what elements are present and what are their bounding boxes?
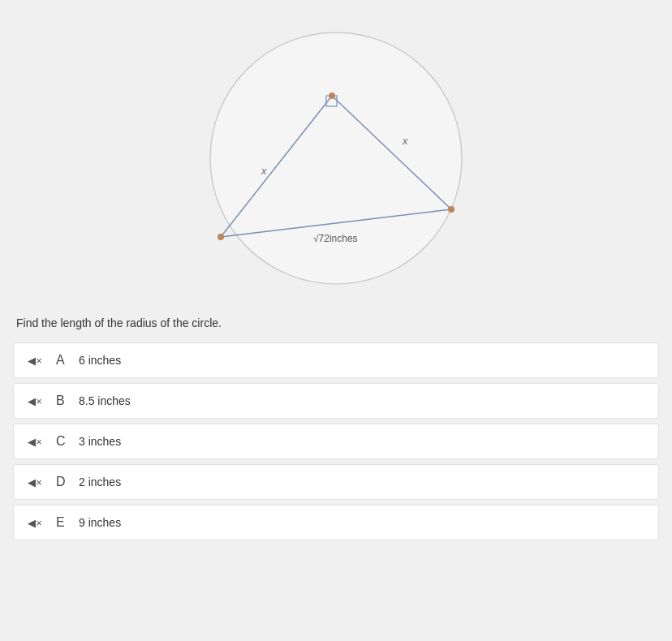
diagram-area: x x √72inches	[0, 16, 672, 316]
svg-point-0	[210, 32, 462, 284]
svg-point-7	[448, 206, 454, 213]
answer-item-a[interactable]: ◀×A6 inches	[13, 342, 659, 378]
answer-letter-b: B	[56, 394, 79, 408]
answer-letter-d: D	[56, 475, 79, 489]
answer-letter-e: E	[56, 515, 79, 530]
answer-item-b[interactable]: ◀×B8.5 inches	[13, 383, 659, 419]
answer-text-c: 3 inches	[79, 435, 121, 448]
answer-list: ◀×A6 inches◀×B8.5 inches◀×C3 inches◀×D2 …	[0, 342, 672, 540]
answer-text-a: 6 inches	[79, 354, 121, 367]
label-x-right: x	[402, 135, 408, 147]
svg-point-5	[218, 234, 224, 240]
question-text: Find the length of the radius of the cir…	[0, 316, 672, 342]
answer-item-c[interactable]: ◀×C3 inches	[13, 424, 659, 459]
speaker-icon-d[interactable]: ◀×	[25, 475, 45, 489]
answer-text-d: 2 inches	[79, 475, 121, 488]
speaker-icon-b[interactable]: ◀×	[25, 394, 45, 408]
speaker-icon-a[interactable]: ◀×	[25, 353, 45, 368]
svg-point-6	[329, 92, 335, 99]
answer-letter-a: A	[56, 353, 79, 368]
speaker-icon-e[interactable]: ◀×	[25, 515, 45, 530]
answer-text-e: 9 inches	[79, 516, 121, 529]
label-x-left: x	[261, 165, 267, 177]
top-bar	[0, 0, 672, 16]
speaker-icon-c[interactable]: ◀×	[25, 434, 45, 449]
label-sqrt72: √72inches	[313, 233, 358, 244]
answer-item-e[interactable]: ◀×E9 inches	[13, 505, 659, 540]
answer-letter-c: C	[56, 434, 79, 449]
answer-item-d[interactable]: ◀×D2 inches	[13, 464, 659, 500]
geometry-diagram: x x √72inches	[174, 24, 498, 300]
answer-text-b: 8.5 inches	[79, 394, 131, 407]
